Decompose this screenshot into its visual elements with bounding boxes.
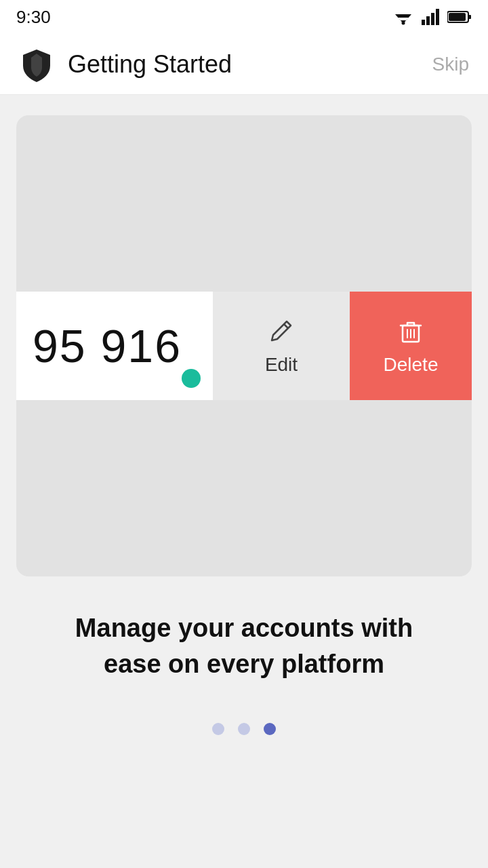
delete-icon <box>396 316 426 349</box>
edit-icon <box>266 316 296 349</box>
svg-rect-9 <box>468 15 471 19</box>
svg-rect-10 <box>449 13 466 21</box>
account-number-partial: 95 916 <box>33 323 197 369</box>
dot-1[interactable] <box>212 723 224 735</box>
svg-rect-4 <box>422 20 425 25</box>
delete-action[interactable]: Delete <box>350 292 472 400</box>
signal-icon <box>422 9 441 25</box>
status-bar: 9:30 <box>0 0 488 34</box>
svg-rect-5 <box>426 16 430 25</box>
page-title: Getting Started <box>68 50 232 79</box>
edit-label: Edit <box>265 354 298 376</box>
battery-icon <box>447 10 472 24</box>
svg-rect-6 <box>431 13 434 25</box>
status-icons <box>392 9 472 25</box>
status-indicator <box>182 369 201 388</box>
wifi-icon <box>392 9 415 25</box>
svg-rect-7 <box>436 9 439 25</box>
swipe-row: 95 916 Edit <box>16 292 472 400</box>
description: Manage your accounts with ease on every … <box>16 576 472 682</box>
skip-button[interactable]: Skip <box>432 54 469 75</box>
dot-3[interactable] <box>264 723 276 735</box>
dot-2[interactable] <box>238 723 250 735</box>
header-left: Getting Started <box>19 47 232 82</box>
header: Getting Started Skip <box>0 34 488 95</box>
delete-label: Delete <box>384 354 439 376</box>
app-logo-icon <box>19 47 54 82</box>
pagination-dots <box>16 723 472 762</box>
edit-action[interactable]: Edit <box>213 292 350 400</box>
svg-point-3 <box>402 22 405 25</box>
card: 95 916 Edit <box>16 115 472 576</box>
account-item[interactable]: 95 916 <box>16 292 213 400</box>
status-time: 9:30 <box>16 7 51 28</box>
description-text: Manage your accounts with ease on every … <box>43 610 445 682</box>
svg-line-11 <box>284 324 288 328</box>
main-content: 95 916 Edit <box>0 95 488 762</box>
